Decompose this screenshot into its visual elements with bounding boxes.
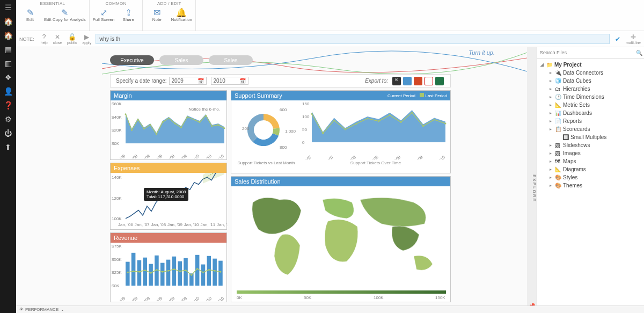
chevron-down-icon: ⌄ (61, 307, 64, 312)
svg-point-96 (322, 133, 324, 134)
user-icon[interactable]: 👤 (4, 87, 13, 96)
menu-icon[interactable]: ☰ (5, 3, 12, 12)
ribbon: ESSENTIAL✎Edit✎Edit Copy for AnalysisCOM… (16, 0, 644, 31)
tree-item[interactable]: ▸🖼Slideshows (537, 141, 644, 149)
tree-item[interactable]: ▸🧊Data Cubes (537, 77, 644, 85)
svg-point-12 (174, 123, 176, 125)
note-input[interactable] (96, 34, 610, 44)
svg-point-105 (422, 125, 424, 127)
note-confirm-icon[interactable]: ✔ (615, 35, 620, 43)
svg-point-107 (445, 122, 447, 124)
power-icon[interactable]: ⏻ (4, 129, 12, 137)
svg-text:$40K: $40K (112, 115, 122, 120)
dashboard-canvas: Turn it up. ExecutiveSalesSales Specify … (16, 47, 527, 313)
note-close[interactable]: ✕close (51, 33, 64, 45)
edit-copy-button-icon: ✎ (61, 7, 68, 18)
svg-text:May'10: May'10 (212, 154, 225, 158)
ribbon-group-title: ESSENTIAL (40, 1, 65, 6)
export-powerpoint-icon[interactable] (414, 77, 422, 85)
note-multiline[interactable]: ✚ multi-line (626, 33, 641, 45)
tree-item[interactable]: ▸📋Scorecards (537, 125, 644, 133)
svg-text:January, 2010: January, 2010 (424, 155, 447, 159)
tree-item[interactable]: ▸🗺Maps (537, 157, 644, 165)
export-pdf-icon[interactable] (425, 77, 433, 85)
export-excel-icon[interactable] (435, 77, 444, 85)
svg-text:Sep'09: Sep'09 (163, 296, 176, 301)
date-to-input[interactable]: 2010📅 (211, 77, 248, 85)
revenue-panel: Revenue $0K$25K$50K$75KJan'09Mar'09May'0… (110, 232, 227, 302)
donut-caption: Support Tickets vs Last Month (231, 161, 301, 165)
margin-panel: Margin $0K$20K$40K$60KJan'09Mar'09May'09… (110, 90, 227, 160)
note-apply[interactable]: ▶apply (80, 33, 93, 45)
tree-item[interactable]: ▸📐Metric Sets (537, 101, 644, 109)
svg-text:120K: 120K (112, 196, 122, 201)
tree-item[interactable]: 🔲Small Multiples (537, 133, 644, 141)
fullscreen-button[interactable]: ⤢Full Screen (93, 7, 114, 23)
export-image-icon[interactable] (403, 77, 412, 85)
svg-point-103 (400, 121, 402, 123)
svg-point-75 (208, 269, 210, 271)
distribution-panel: Sales Distribution 0K 50K 100K 150K (231, 176, 451, 302)
svg-text:Jan, '06: Jan, '06 (118, 222, 133, 227)
svg-point-15 (193, 119, 194, 120)
tree-item[interactable]: ▸🎨Themes (537, 181, 644, 190)
edit-button[interactable]: ✎Edit (19, 7, 41, 23)
svg-text:$25K: $25K (112, 270, 122, 275)
svg-text:Jan'10: Jan'10 (188, 296, 201, 301)
scale-tick: 50K (304, 295, 312, 300)
tree-item[interactable]: ▸🕑Time Dimensions (537, 93, 644, 101)
tree-root[interactable]: ◢📁My Project (537, 61, 644, 69)
svg-point-11 (168, 118, 170, 119)
note-help[interactable]: ?help (39, 33, 50, 45)
help-icon[interactable]: ❓ (4, 101, 13, 110)
svg-text:Mar'09: Mar'09 (126, 296, 139, 301)
up-icon[interactable]: ⬆ (5, 143, 11, 151)
search-input[interactable] (539, 49, 636, 56)
file-tree: ◢📁My Project▸🔌Data Connectors▸🧊Data Cube… (537, 59, 644, 313)
tree-item[interactable]: ▸🗂Hierarchies (537, 85, 644, 93)
tab-0[interactable]: Executive (110, 55, 154, 65)
export-dundas-icon[interactable]: ∞ (392, 77, 401, 85)
search-icon[interactable]: 🔍 (636, 50, 642, 56)
explore-handle[interactable]: EXPLORE 📌 (527, 47, 537, 313)
svg-text:600: 600 (280, 107, 287, 112)
tree-item[interactable]: ▸🔌Data Connectors (537, 69, 644, 77)
tree-item[interactable]: ▸🎨Styles (537, 173, 644, 181)
svg-point-63 (138, 271, 140, 273)
note-public[interactable]: 🔓public (65, 33, 79, 45)
edit-copy-button[interactable]: ✎Edit Copy for Analysis (44, 7, 86, 23)
svg-point-10 (162, 121, 164, 123)
legend-current-swatch (382, 93, 386, 97)
note-button[interactable]: ✉Note (146, 7, 167, 23)
notification-button[interactable]: 🔔Notification (171, 7, 192, 23)
doc-icon[interactable]: ▤ (5, 45, 12, 54)
calendar-icon: 📅 (239, 78, 246, 84)
support-line-caption: Support Tickets Over Time (301, 161, 450, 165)
home2-icon[interactable]: 🏠 (4, 31, 13, 40)
date-from-input[interactable]: 2009📅 (169, 77, 207, 85)
svg-rect-57 (201, 265, 206, 286)
svg-point-100 (367, 118, 368, 119)
leaf-icon[interactable]: ❖ (5, 73, 12, 82)
svg-rect-60 (218, 261, 223, 286)
distribution-header: Sales Distribution (231, 177, 450, 186)
performance-bar[interactable]: 👁 PERFORMANCE ⌄ (16, 305, 644, 313)
date-range-label: Specify a date range: (116, 78, 167, 84)
svg-point-18 (211, 125, 213, 127)
home-icon[interactable]: 🏠 (4, 17, 13, 26)
tree-item[interactable]: ▸📐Diagrams (537, 165, 644, 173)
book-icon[interactable]: ▥ (5, 59, 12, 68)
svg-text:January, 2007: January, 2007 (301, 155, 313, 159)
expenses-header: Expenses (111, 163, 226, 173)
tree-item[interactable]: ▸📄Reports (537, 117, 644, 125)
svg-point-13 (180, 127, 182, 128)
tab-2[interactable]: Sales (209, 55, 253, 65)
tree-item[interactable]: ▸🖼Images (537, 149, 644, 157)
share-button[interactable]: ⇪Share (118, 7, 139, 23)
gear-icon[interactable]: ⚙ (5, 115, 12, 123)
tree-item[interactable]: ▸📊Dashboards (537, 109, 644, 117)
svg-point-73 (196, 268, 198, 270)
tab-1[interactable]: Sales (159, 55, 203, 65)
svg-rect-45 (131, 253, 136, 286)
svg-text:200: 200 (242, 126, 250, 131)
